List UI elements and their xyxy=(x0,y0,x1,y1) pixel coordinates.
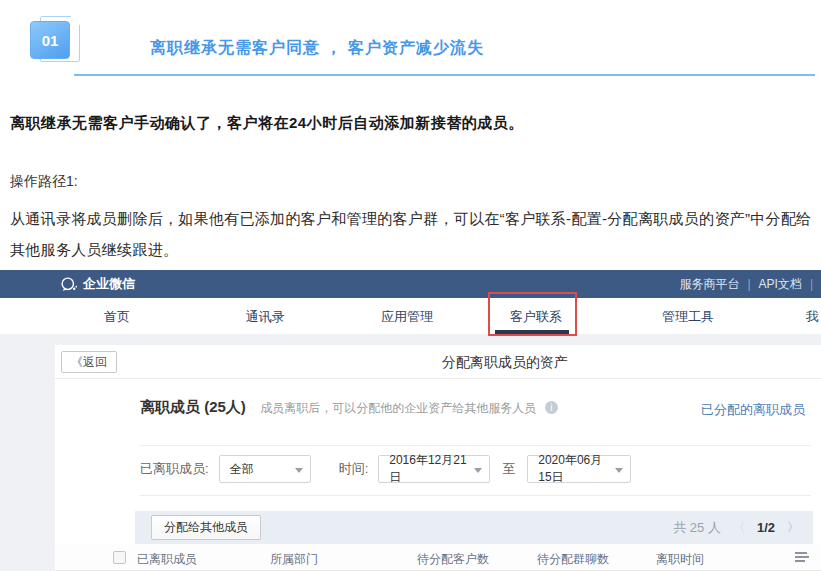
total-count: 共 25 人 xyxy=(673,519,721,537)
filter-row: 已离职成员: 全部 时间: 2016年12月21日 至 2020年06月15日 xyxy=(140,455,821,483)
column-header-customers: 待分配客户数 xyxy=(417,551,489,568)
embedded-screenshot: 企业微信 服务商平台 | API文档 | 首页 通讯录 应用管理 客户联系 管理… xyxy=(0,270,821,571)
admin-content-area: 《返回 分配离职成员的资产 离职成员 (25人) 成员离职后，可以分配他的企业资… xyxy=(0,334,821,571)
column-header-leave-time: 离职时间 xyxy=(656,551,704,568)
brand-name: 企业微信 xyxy=(83,275,135,293)
title-underline xyxy=(74,74,815,76)
column-header-groups: 待分配群聊数 xyxy=(537,551,609,568)
divider xyxy=(140,445,811,446)
panel-header: 《返回 分配离职成员的资产 xyxy=(55,345,821,379)
app-navbar: 企业微信 服务商平台 | API文档 | xyxy=(0,270,821,298)
select-all-checkbox[interactable] xyxy=(113,551,126,564)
date-to-select[interactable]: 2020年06月15日 xyxy=(527,455,631,483)
navbar-links: 服务商平台 | API文档 | xyxy=(679,276,813,293)
tab-contacts[interactable]: 通讯录 xyxy=(246,308,285,326)
chevron-down-icon xyxy=(474,468,482,473)
date-to-value: 2020年06月15日 xyxy=(538,452,608,486)
column-header-member: 已离职成员 xyxy=(137,551,197,568)
tab-app-management[interactable]: 应用管理 xyxy=(381,308,433,326)
tab-admin-tools[interactable]: 管理工具 xyxy=(662,308,714,326)
intro-text: 离职继承无需客户手动确认了，客户将在24小时后自动添加新接替的成员。 xyxy=(10,114,815,133)
page-indicator: 1/2 xyxy=(757,520,775,535)
column-settings-icon[interactable] xyxy=(795,552,809,564)
chevron-down-icon xyxy=(615,468,623,473)
path-text: 从通讯录将成员删除后，如果他有已添加的客户和管理的客户群，可以在“客户联系-配置… xyxy=(10,203,818,265)
badge-number: 01 xyxy=(30,21,70,59)
prev-page-icon[interactable]: 〈 xyxy=(733,519,745,536)
document-section: 01 离职继承无需客户同意 ， 客户资产减少流失 离职继承无需客户手动确认了，客… xyxy=(0,0,821,265)
pagination: 共 25 人 〈 1/2 〉 xyxy=(673,511,799,544)
time-filter-label: 时间: xyxy=(339,460,369,478)
section-row: 离职成员 (25人) 成员离职后，可以分配他的企业资产给其他服务人员 i 已分配… xyxy=(140,398,811,420)
chevron-down-icon xyxy=(295,468,303,473)
tab-home[interactable]: 首页 xyxy=(104,308,130,326)
date-from-value: 2016年12月21日 xyxy=(389,452,467,486)
path-label: 操作路径1: xyxy=(10,173,815,191)
nav-separator: | xyxy=(810,277,813,291)
nav-link-service-provider[interactable]: 服务商平台 xyxy=(679,276,739,293)
nav-separator: | xyxy=(747,277,750,291)
assets-panel: 《返回 分配离职成员的资产 离职成员 (25人) 成员离职后，可以分配他的企业资… xyxy=(55,345,821,571)
page-title: 分配离职成员的资产 xyxy=(395,354,615,372)
member-filter-value: 全部 xyxy=(230,461,254,478)
wework-logo-icon xyxy=(60,276,77,293)
back-button[interactable]: 《返回 xyxy=(61,351,117,373)
table-header: 已离职成员 所属部门 待分配客户数 待分配群聊数 离职时间 xyxy=(55,544,821,571)
main-nav-tabs: 首页 通讯录 应用管理 客户联系 管理工具 我 xyxy=(0,298,821,334)
column-header-department: 所属部门 xyxy=(270,551,318,568)
member-filter-label: 已离职成员: xyxy=(140,460,209,478)
nav-link-api-docs[interactable]: API文档 xyxy=(759,276,802,293)
section-number-badge: 01 xyxy=(28,16,88,70)
panel-body: 离职成员 (25人) 成员离职后，可以分配他的企业资产给其他服务人员 i 已分配… xyxy=(55,398,821,571)
tab-my-company[interactable]: 我 xyxy=(806,308,819,326)
section-desc: 成员离职后，可以分配他的企业资产给其他服务人员 xyxy=(260,401,536,415)
next-page-icon[interactable]: 〉 xyxy=(787,519,799,536)
brand: 企业微信 xyxy=(60,275,135,293)
annotation-highlight-box xyxy=(488,292,577,336)
to-label: 至 xyxy=(502,460,515,478)
divider xyxy=(140,495,811,496)
table-toolbar: 分配给其他成员 共 25 人 〈 1/2 〉 xyxy=(135,511,813,544)
section-header: 01 离职继承无需客户同意 ， 客户资产减少流失 xyxy=(10,14,815,80)
date-from-select[interactable]: 2016年12月21日 xyxy=(378,455,490,483)
assigned-members-link[interactable]: 已分配的离职成员 xyxy=(701,401,805,419)
info-icon[interactable]: i xyxy=(545,401,558,414)
section-heading: 离职成员 (25人) xyxy=(140,398,246,415)
assign-button[interactable]: 分配给其他成员 xyxy=(151,515,261,540)
section-title: 离职继承无需客户同意 ， 客户资产减少流失 xyxy=(150,38,484,59)
member-filter-select[interactable]: 全部 xyxy=(219,455,311,483)
